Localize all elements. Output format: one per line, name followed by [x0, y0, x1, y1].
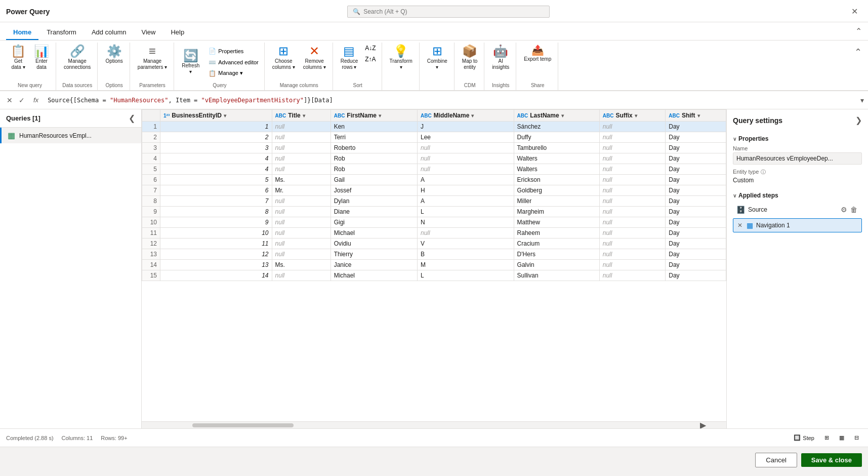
options-button[interactable]: ⚙️ Options [102, 43, 126, 67]
table-row[interactable]: 54nullRobnullWaltersnullDay [142, 164, 726, 175]
manage-button[interactable]: 📋 Manage ▾ [206, 68, 261, 79]
cell-shift: Day [666, 164, 726, 175]
table-row[interactable]: 11nullKenJSáncheznullDay [142, 122, 726, 132]
group-cdm: 📦 Map toentity CDM [456, 43, 485, 90]
col-header-businessEntityID[interactable]: 1²³ BusinessEntityID ▾ [160, 110, 272, 122]
col-header-lastName[interactable]: ABC LastName ▾ [514, 110, 599, 122]
transform-button[interactable]: 💡 Transform▾ [386, 43, 416, 73]
col-dropdown-lastName[interactable]: ▾ [561, 113, 564, 118]
table-row[interactable]: 1312nullThierryBD'HersnullDay [142, 249, 726, 260]
scroll-right-button[interactable]: ▶ [700, 420, 706, 428]
name-field-value[interactable]: HumanResources vEmployeeDep... [733, 152, 862, 165]
cell-row-num: 7 [142, 185, 160, 196]
table-row[interactable]: 87nullDylanAMillernullDay [142, 196, 726, 207]
map-to-entity-button[interactable]: 📦 Map toentity [459, 43, 481, 73]
cell-firstName: Ovidiu [330, 239, 417, 249]
scrollbar-thumb[interactable] [192, 423, 294, 427]
table-row[interactable]: 22nullTerriLeeDuffynullDay [142, 132, 726, 143]
step-item-source[interactable]: 🗄️ Source ⚙ 🗑 [733, 202, 862, 217]
enter-data-button[interactable]: 📊 Enterdata [30, 43, 53, 73]
tab-home[interactable]: Home [6, 24, 38, 40]
table-row[interactable]: 109nullGigiNMatthewnullDay [142, 217, 726, 228]
step-source-settings-button[interactable]: ⚙ [840, 205, 848, 214]
properties-chevron[interactable]: ∨ [733, 136, 736, 142]
sort-za-button[interactable]: Z↑A [362, 54, 378, 65]
col-dropdown-suffix[interactable]: ▾ [635, 113, 637, 118]
group-share-label: Share [520, 82, 555, 90]
table-row[interactable]: 33nullRobertonullTamburellonullDay [142, 143, 726, 153]
table-row[interactable]: 1110nullMichaelnullRaheemnullDay [142, 228, 726, 239]
close-button[interactable]: ✕ [847, 5, 862, 18]
query-settings-expand-button[interactable]: ❯ [855, 115, 862, 125]
sort-az-icon: A↓Z [365, 45, 376, 52]
get-data-button[interactable]: 📋 Getdata ▾ [7, 43, 29, 73]
status-view1-button[interactable]: ⊞ [821, 433, 832, 443]
cell-lastName: Walters [514, 153, 599, 164]
queries-collapse-button[interactable]: ❮ [129, 113, 135, 123]
col-header-shift[interactable]: ABC Shift ▾ [666, 110, 726, 122]
formula-back-button[interactable]: ✕ [4, 95, 15, 106]
col-header-middleName[interactable]: ABC MiddleName ▾ [417, 110, 514, 122]
formula-content[interactable]: Source{[Schema = "HumanResources", Item … [45, 96, 856, 105]
status-view3-button[interactable]: ⊟ [851, 433, 862, 443]
choose-columns-button[interactable]: ⊞ Choosecolumns ▾ [269, 43, 299, 73]
col-dropdown-firstName[interactable]: ▾ [379, 113, 381, 118]
step-source-name: Source [748, 206, 837, 213]
cell-suffix: null [599, 143, 665, 153]
search-input[interactable] [363, 8, 544, 15]
ai-insights-button[interactable]: 🤖 AIinsights [488, 43, 513, 73]
advanced-editor-button[interactable]: ⌨️ Advanced editor [206, 57, 261, 68]
export-temp-button[interactable]: 📤 Export temp [520, 43, 555, 65]
horizontal-scrollbar[interactable]: ▶ [142, 421, 726, 428]
cell-lastName: Raheem [514, 228, 599, 239]
col-header-suffix[interactable]: ABC Suffix ▾ [599, 110, 665, 122]
table-row[interactable]: 1514nullMichaelLSullivannullDay [142, 270, 726, 281]
refresh-icon: 🔄 [183, 50, 198, 62]
table-row[interactable]: 1413Ms.JaniceMGalvinnullDay [142, 260, 726, 270]
refresh-button[interactable]: 🔄 Refresh▾ [178, 47, 203, 77]
table-row[interactable]: 44nullRobnullWaltersnullDay [142, 153, 726, 164]
col-header-firstName[interactable]: ABC FirstName ▾ [330, 110, 417, 122]
query-item-icon: ▦ [8, 131, 15, 140]
status-view2-button[interactable]: ▦ [836, 433, 847, 443]
main-area: Queries [1] ❮ ▦ HumanResources vEmpl... … [0, 109, 868, 428]
tab-view[interactable]: View [135, 24, 163, 40]
step-source-delete-button[interactable]: 🗑 [849, 205, 858, 214]
status-step-button[interactable]: 🔲 Step [791, 433, 817, 443]
entity-type-value: Custom [733, 177, 862, 184]
tab-help[interactable]: Help [163, 24, 191, 40]
step-navigation-delete-button[interactable]: ✕ [736, 222, 743, 229]
save-close-button[interactable]: Save & close [801, 453, 862, 467]
cell-row-num: 10 [142, 217, 160, 228]
remove-columns-button[interactable]: ✕ Removecolumns ▾ [300, 43, 329, 73]
table-row[interactable]: 98nullDianeLMargheimnullDay [142, 207, 726, 217]
group-manage-columns-label: Manage columns [269, 82, 329, 90]
combine-button[interactable]: ⊞ Combine▾ [424, 43, 451, 73]
reduce-rows-button[interactable]: ▤ Reducerows ▾ [337, 43, 361, 73]
step-item-navigation[interactable]: ✕ ▦ Navigation 1 [733, 218, 862, 232]
ribbon-collapse-button[interactable]: ⌃ [855, 26, 862, 36]
cancel-button[interactable]: Cancel [755, 453, 797, 467]
table-row[interactable]: 76Mr.JossefHGoldbergnullDay [142, 185, 726, 196]
data-grid-container[interactable]: 1²³ BusinessEntityID ▾ ABC Title ▾ [142, 109, 726, 421]
table-row[interactable]: 1211nullOvidiuVCraciumnullDay [142, 239, 726, 249]
manage-params-button[interactable]: ≡ Manageparameters ▾ [134, 43, 171, 73]
tab-add-column[interactable]: Add column [85, 24, 134, 40]
col-dropdown-businessEntityID[interactable]: ▾ [224, 113, 226, 118]
col-header-title[interactable]: ABC Title ▾ [272, 110, 330, 122]
manage-connections-button[interactable]: 🔗 Manageconnections [60, 43, 94, 73]
cell-suffix: null [599, 132, 665, 143]
tab-transform[interactable]: Transform [39, 24, 84, 40]
table-row[interactable]: 65Ms.GailAEricksonnullDay [142, 175, 726, 185]
sort-az-button[interactable]: A↓Z [362, 43, 378, 54]
col-dropdown-middleName[interactable]: ▾ [471, 113, 474, 118]
query-item-hr[interactable]: ▦ HumanResources vEmpl... [0, 128, 141, 143]
formula-forward-button[interactable]: ✓ [16, 95, 27, 106]
formula-expand-button[interactable]: ▾ [860, 96, 864, 104]
properties-button[interactable]: 📄 Properties [206, 46, 261, 57]
ribbon-minimize-button[interactable]: ⌃ [852, 43, 864, 62]
col-dropdown-title[interactable]: ▾ [303, 113, 305, 118]
col-dropdown-shift[interactable]: ▾ [697, 113, 700, 118]
cell-firstName: Janice [330, 260, 417, 270]
applied-steps-chevron[interactable]: ∨ [733, 193, 736, 199]
